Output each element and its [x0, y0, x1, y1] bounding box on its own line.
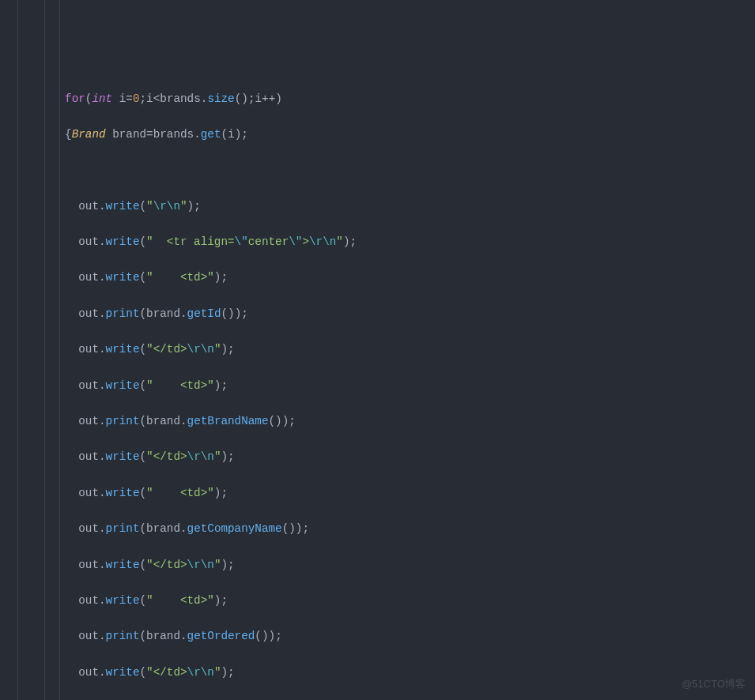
keyword-for: for	[65, 92, 85, 105]
code-line: out.write(" <tr align=\"center\">\r\n");	[0, 233, 755, 251]
code-line: out.write(" <td>");	[0, 269, 755, 287]
code-line: out.write("</td>\r\n");	[0, 556, 755, 574]
code-line: out.write(" <td>");	[0, 484, 755, 502]
code-line: out.print(brand.getOrdered());	[0, 627, 755, 645]
code-line: out.write("</td>\r\n");	[0, 664, 755, 682]
code-line: out.write("\r\n");	[0, 198, 755, 216]
code-line: out.print(brand.getCompanyName());	[0, 520, 755, 538]
code-line: out.write(" <td>");	[0, 592, 755, 610]
code-line: out.write("</td>\r\n");	[0, 341, 755, 359]
code-line: {Brand brand=brands.get(i);	[0, 126, 755, 144]
code-line: for(int i=0;i<brands.size();i++)	[0, 90, 755, 108]
code-editor[interactable]: for(int i=0;i<brands.size();i++) {Brand …	[0, 0, 755, 700]
code-line	[0, 161, 755, 179]
code-line: out.print(brand.getBrandName());	[0, 412, 755, 431]
code-line: out.print(brand.getId());	[0, 305, 755, 323]
code-line: out.write("</td>\r\n");	[0, 448, 755, 466]
watermark: @51CTO博客	[681, 676, 746, 694]
code-line: out.write(" <td>");	[0, 377, 755, 395]
